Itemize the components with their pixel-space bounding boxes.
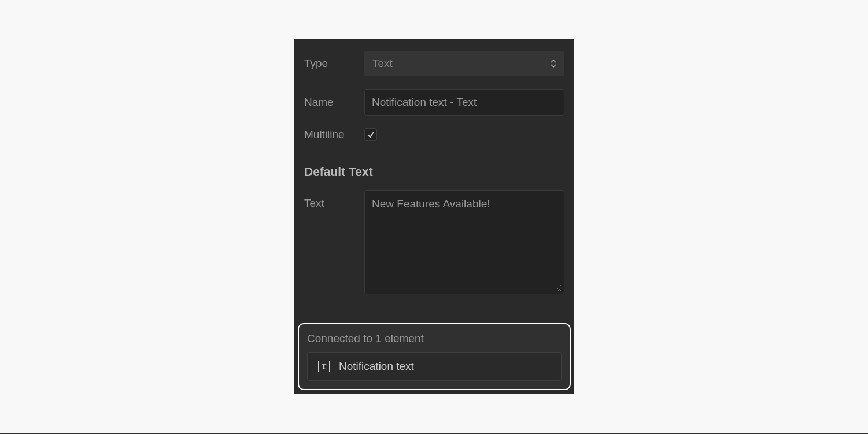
name-row: Name Notification text - Text: [294, 89, 574, 116]
name-input[interactable]: Notification text - Text: [364, 89, 564, 116]
text-layer-icon: T: [318, 361, 330, 372]
svg-line-0: [556, 285, 561, 291]
text-textarea[interactable]: New Features Available!: [364, 190, 564, 294]
name-label: Name: [304, 96, 364, 109]
type-label: Type: [304, 57, 364, 70]
text-value: New Features Available!: [372, 198, 490, 210]
default-text-heading: Default Text: [294, 153, 574, 179]
type-select[interactable]: Text: [364, 51, 564, 76]
connected-element-item[interactable]: T Notification text: [307, 352, 562, 381]
connected-panel: Connected to 1 element T Notification te…: [298, 323, 571, 390]
text-label: Text: [304, 190, 364, 210]
svg-line-2: [560, 290, 561, 291]
multiline-row: Multiline: [294, 128, 574, 141]
multiline-checkbox[interactable]: [364, 128, 377, 141]
select-arrows-icon: [551, 60, 556, 68]
type-row: Type Text: [294, 51, 574, 76]
type-value: Text: [372, 57, 393, 70]
properties-panel: Type Text Name Notification text - Text …: [294, 39, 574, 394]
connected-title: Connected to 1 element: [307, 332, 562, 345]
checkmark-icon: [367, 131, 375, 139]
resize-handle-icon: [555, 284, 562, 291]
text-row: Text New Features Available!: [294, 190, 574, 294]
multiline-label: Multiline: [304, 128, 364, 141]
connected-element-label: Notification text: [339, 360, 414, 373]
name-value: Notification text - Text: [372, 96, 477, 109]
